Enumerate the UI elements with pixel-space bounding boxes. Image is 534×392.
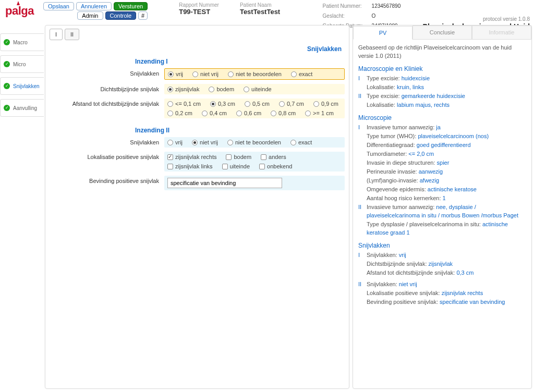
tab-informatie[interactable]: Informatie xyxy=(472,26,531,39)
nav-aanvulling[interactable]: Aanvulling xyxy=(0,99,44,117)
roman-ii: II xyxy=(358,92,363,101)
checkbox-icon xyxy=(222,164,228,169)
tab-i[interactable]: I xyxy=(50,29,63,40)
snij-ii-sn: Snijvlakken: niet vrij xyxy=(367,280,417,289)
opt-label: bodem xyxy=(234,154,251,160)
opt-02cm[interactable]: 0,2 cm xyxy=(167,110,192,116)
opt-label: exact xyxy=(298,139,312,145)
micro-ii-inv: Invasieve tumor aanwezig: nee, dysplasie… xyxy=(367,203,526,220)
checkbox-icon xyxy=(167,164,173,169)
macro-i-type: Type excisie: huidexcisie xyxy=(367,75,430,83)
opt-06cm[interactable]: 0,6 cm xyxy=(236,110,261,116)
check-icon xyxy=(4,39,10,45)
opt2-exact[interactable]: exact xyxy=(290,139,312,145)
opt-label: zijsnijvlak rechts xyxy=(175,154,216,160)
opt-label: >= 1 cm xyxy=(313,110,334,116)
checkbox-icon xyxy=(167,154,173,160)
opt-label: niet te beoordelen xyxy=(236,71,282,77)
check-icon xyxy=(4,61,10,67)
opslaan-button[interactable]: Opslaan xyxy=(43,2,74,10)
snij-i-d: Dichtstbijzijnde snijvlak: zijsnijvlak xyxy=(367,260,453,268)
radio-icon xyxy=(202,111,208,116)
tab-conclusie[interactable]: Conclusie xyxy=(412,26,472,39)
opt-label: niet vrij xyxy=(200,139,218,145)
opt-label: niet vrij xyxy=(200,71,219,77)
chk-uiteinde[interactable]: uiteinde xyxy=(222,163,250,169)
opt-zijsnijvlak[interactable]: zijsnijvlak xyxy=(167,86,199,92)
panel-title: Snijvlakken xyxy=(50,43,345,57)
check-icon xyxy=(4,105,10,111)
opt-label: uiteinde xyxy=(230,163,250,169)
opt-niet-te-beoordelen[interactable]: niet te beoordelen xyxy=(228,71,282,77)
opt-label: exact xyxy=(299,71,312,77)
opt-uiteinde[interactable]: uiteinde xyxy=(244,86,272,92)
radio-icon xyxy=(291,71,297,77)
patient-num: 1234567890 xyxy=(372,3,406,9)
radio-icon xyxy=(167,101,173,107)
annuleren-button[interactable]: Annuleren xyxy=(76,2,112,10)
versturen-button[interactable]: Versturen xyxy=(114,2,148,10)
opt-niet-vrij[interactable]: niet vrij xyxy=(192,71,219,77)
opt-04cm[interactable]: 0,4 cm xyxy=(202,110,227,116)
section-inzending-i: Inzending I xyxy=(50,57,345,66)
macro-i-lok: Lokalisatie: kruin, links xyxy=(367,83,424,92)
checkbox-icon xyxy=(261,154,266,160)
chk-onbekend[interactable]: onbekend xyxy=(259,163,292,169)
tab-ii[interactable]: II xyxy=(65,29,79,40)
opt-07cm[interactable]: 0,7 cm xyxy=(279,101,304,107)
patient-name-label: Patient Naam xyxy=(240,2,280,8)
nav-snijvlakken[interactable]: Snijvlakken xyxy=(0,77,44,95)
opt-label: 0,9 cm xyxy=(321,101,338,107)
opt-01cm[interactable]: <= 0,1 cm xyxy=(167,101,201,107)
opt-label: <= 0,1 cm xyxy=(175,101,201,107)
radio-icon xyxy=(227,140,233,145)
gender-label: Geslacht: xyxy=(323,13,369,19)
nav-micro[interactable]: Micro xyxy=(0,55,44,73)
opt-label: 0,5 cm xyxy=(252,101,270,107)
admin-button[interactable]: Admin xyxy=(77,11,103,20)
hash-button[interactable]: # xyxy=(138,11,148,20)
snij-heading: Snijvlakken xyxy=(358,241,526,250)
opt-05cm[interactable]: 0,5 cm xyxy=(245,101,270,107)
guideline-note: Gebaseerd op de richtlijn Plaveiselcelca… xyxy=(358,44,526,60)
opt-08cm[interactable]: 0,8 cm xyxy=(271,110,296,116)
opt-vrij[interactable]: vrij xyxy=(168,71,183,77)
nav-label: Micro xyxy=(13,62,26,67)
checkbox-icon xyxy=(226,154,232,160)
micro-i-omg: Omgevende epidermis: actinische keratose xyxy=(367,186,477,194)
opt-1cm[interactable]: >= 1 cm xyxy=(305,110,334,116)
opt2-niet-vrij[interactable]: niet vrij xyxy=(192,139,218,145)
tab-pv[interactable]: PV xyxy=(353,26,412,40)
report-number-label: Rapport Nummer xyxy=(179,2,219,8)
opt-03cm[interactable]: 0,3 cm xyxy=(210,101,235,107)
macro-heading: Macroscopie en Kliniek xyxy=(358,65,526,74)
opt2-vrij[interactable]: vrij xyxy=(167,139,183,145)
snijvlakken-i-label: Snijvlakken xyxy=(50,68,164,77)
radio-icon xyxy=(245,101,250,107)
macro-ii-type: Type excisie: gemarkeerde huidexcisie xyxy=(367,92,465,101)
opt-09cm[interactable]: 0,9 cm xyxy=(313,101,338,107)
left-nav: Macro Micro Snijvlakken Aanvulling xyxy=(0,33,44,117)
radio-icon xyxy=(313,101,319,107)
opt-label: 0,6 cm xyxy=(244,110,261,116)
roman-i: I xyxy=(358,124,363,132)
nav-macro[interactable]: Macro xyxy=(0,33,44,51)
opt-bodem[interactable]: bodem xyxy=(209,86,234,92)
roman-ii: II xyxy=(358,280,363,289)
radio-icon xyxy=(305,111,311,116)
nav-label: Aanvulling xyxy=(13,105,37,111)
opt-exact[interactable]: exact xyxy=(291,71,312,77)
chk-anders[interactable]: anders xyxy=(261,154,286,160)
opt-label: uiteinde xyxy=(251,86,272,92)
protocol-version: protocol versie 1.0.8 xyxy=(483,16,530,22)
chk-bodem[interactable]: bodem xyxy=(226,154,251,160)
chk-zij-links[interactable]: zijsnijvlak links xyxy=(167,163,213,169)
controle-button[interactable]: Controle xyxy=(105,11,137,20)
opt-label: anders xyxy=(269,154,286,160)
micro-ii-dys: Type dysplasie / plaveiselcelcarinoma in… xyxy=(367,220,526,237)
dicht-label: Dichtstbijzijnde snijvlak xyxy=(50,84,164,92)
bevinding-input[interactable] xyxy=(167,178,282,188)
chk-zij-rechts[interactable]: zijsnijvlak rechts xyxy=(167,154,216,160)
opt2-niet-te-beoordelen[interactable]: niet te beoordelen xyxy=(227,139,281,145)
radio-icon xyxy=(209,87,214,92)
